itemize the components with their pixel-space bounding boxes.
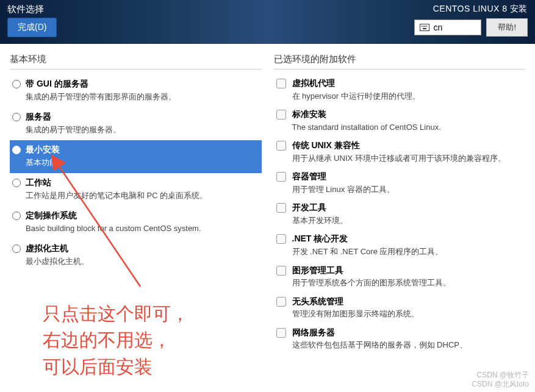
radio-icon: [12, 113, 21, 121]
keyboard-icon: [420, 24, 429, 31]
env-item-text: 带 GUI 的服务器集成的易于管理的带有图形界面的服务器。: [26, 78, 257, 102]
checkbox-icon[interactable]: [276, 110, 286, 119]
env-item-text: 定制操作系统Basic building block for a custom …: [26, 210, 257, 234]
page-title: 软件选择: [7, 4, 57, 15]
env-item-title: 定制操作系统: [26, 210, 257, 222]
addon-item-desc: 用于管理 Linux 容器的工具。: [292, 184, 521, 196]
header-left: 软件选择 完成(D): [7, 4, 57, 44]
addon-item-title: 容器管理: [292, 171, 521, 183]
checkbox-icon[interactable]: [276, 234, 286, 244]
env-item[interactable]: 带 GUI 的服务器集成的易于管理的带有图形界面的服务器。: [10, 74, 262, 107]
addon-title: 已选环境的附加软件: [274, 54, 526, 69]
keyboard-lang-code: cn: [433, 23, 442, 32]
addon-item-title: 开发工具: [292, 202, 521, 214]
addon-item-text: 容器管理用于管理 Linux 容器的工具。: [292, 171, 521, 195]
env-item-title: 最小安装: [26, 144, 257, 156]
radio-icon: [12, 244, 21, 253]
addon-item-text: 无头系统管理管理没有附加图形显示终端的系统。: [292, 296, 521, 320]
addon-item-text: 开发工具基本开发环境。: [292, 202, 521, 226]
addon-item[interactable]: 网络服务器这些软件包包括基于网络的服务器，例如 DHCP、: [274, 324, 526, 355]
addon-item[interactable]: 标准安装The standard installation of CentOS …: [274, 105, 526, 137]
base-env-list: 带 GUI 的服务器集成的易于管理的带有图形界面的服务器。服务器集成的易于管理的…: [10, 74, 262, 273]
help-button[interactable]: 帮助!: [486, 18, 528, 37]
addon-column: 已选环境的附加软件 虚拟机代理在 hypervisor 中运行时使用的代理。标准…: [274, 54, 526, 392]
env-item-desc: 最小虚拟化主机。: [26, 255, 257, 268]
header-controls: cn 帮助!: [414, 18, 528, 37]
addon-item-desc: 管理没有附加图形显示终端的系统。: [292, 308, 521, 320]
env-item-desc: 集成的易于管理的带有图形界面的服务器。: [26, 91, 257, 103]
addon-item[interactable]: 传统 UNIX 兼容性用于从继承 UNIX 环境中迁移或者可用于该环境的兼容程序…: [274, 137, 526, 168]
addon-item-title: 标准安装: [292, 109, 521, 121]
addon-item-text: .NET 核心开发开发 .NET 和 .NET Core 应用程序的工具。: [292, 233, 521, 257]
addon-item-title: 无头系统管理: [292, 296, 521, 308]
addon-item-title: 网络服务器: [292, 327, 521, 339]
radio-icon: [12, 179, 21, 187]
addon-item-text: 虚拟机代理在 hypervisor 中运行时使用的代理。: [292, 77, 521, 102]
env-item-title: 服务器: [26, 111, 257, 123]
content-area: 基本环境 带 GUI 的服务器集成的易于管理的带有图形界面的服务器。服务器集成的…: [0, 44, 535, 392]
env-item[interactable]: 最小安装基本功能。: [10, 140, 262, 173]
env-item[interactable]: 工作站工作站是用户友好的笔记本电脑和 PC 的桌面系统。: [10, 173, 262, 206]
env-item-desc: 集成的易于管理的服务器。: [26, 124, 257, 136]
header-bar: 软件选择 完成(D) CENTOS LINUX 8 安装 cn 帮助!: [0, 0, 535, 44]
env-item-desc: Basic building block for a custom CentOS…: [26, 223, 257, 235]
env-item-text: 最小安装基本功能。: [26, 144, 257, 168]
addon-item[interactable]: .NET 核心开发开发 .NET 和 .NET Core 应用程序的工具。: [274, 230, 526, 261]
env-item-desc: 工作站是用户友好的笔记本电脑和 PC 的桌面系统。: [26, 190, 257, 202]
addon-item-text: 网络服务器这些软件包包括基于网络的服务器，例如 DHCP、: [292, 327, 521, 351]
addon-item-desc: 基本开发环境。: [292, 215, 521, 227]
checkbox-icon[interactable]: [276, 141, 286, 151]
addon-item-title: 虚拟机代理: [292, 77, 521, 90]
addon-item[interactable]: 无头系统管理管理没有附加图形显示终端的系统。: [274, 293, 526, 324]
checkbox-icon[interactable]: [276, 172, 286, 182]
env-item[interactable]: 服务器集成的易于管理的服务器。: [10, 107, 262, 140]
radio-icon: [12, 80, 21, 88]
env-item-text: 服务器集成的易于管理的服务器。: [26, 111, 257, 135]
keyboard-layout-selector[interactable]: cn: [414, 20, 481, 35]
addon-item-desc: 开发 .NET 和 .NET Core 应用程序的工具。: [292, 246, 521, 258]
env-item-text: 虚拟化主机最小虚拟化主机。: [26, 243, 257, 267]
addon-item-desc: 这些软件包包括基于网络的服务器，例如 DHCP、: [292, 339, 521, 351]
radio-icon: [12, 212, 21, 220]
addon-item-text: 图形管理工具用于管理系统各个方面的图形系统管理工具。: [292, 265, 521, 289]
addon-item-text: 标准安装The standard installation of CentOS …: [292, 109, 521, 133]
checkbox-icon[interactable]: [276, 79, 286, 88]
addon-item[interactable]: 虚拟机代理在 hypervisor 中运行时使用的代理。: [274, 74, 526, 105]
install-title: CENTOS LINUX 8 安装: [433, 4, 528, 15]
addon-item-desc: The standard installation of CentOS Linu…: [292, 121, 521, 134]
addon-item[interactable]: 开发工具基本开发环境。: [274, 199, 526, 230]
addon-item[interactable]: 图形管理工具用于管理系统各个方面的图形系统管理工具。: [274, 262, 526, 293]
checkbox-icon[interactable]: [276, 328, 286, 338]
env-item-title: 虚拟化主机: [26, 243, 257, 255]
addon-item-title: .NET 核心开发: [292, 233, 521, 245]
addon-item[interactable]: 容器管理用于管理 Linux 容器的工具。: [274, 168, 526, 199]
addon-item-desc: 在 hypervisor 中运行时使用的代理。: [292, 90, 521, 102]
base-environment-column: 基本环境 带 GUI 的服务器集成的易于管理的带有图形界面的服务器。服务器集成的…: [10, 54, 262, 392]
done-button[interactable]: 完成(D): [7, 18, 57, 37]
env-item-text: 工作站工作站是用户友好的笔记本电脑和 PC 的桌面系统。: [26, 177, 257, 201]
radio-icon: [12, 146, 21, 154]
env-item[interactable]: 定制操作系统Basic building block for a custom …: [10, 206, 262, 239]
env-item-title: 带 GUI 的服务器: [26, 78, 257, 90]
checkbox-icon[interactable]: [276, 266, 286, 276]
base-env-title: 基本环境: [10, 54, 262, 69]
env-item-title: 工作站: [26, 177, 257, 189]
addon-list[interactable]: 虚拟机代理在 hypervisor 中运行时使用的代理。标准安装The stan…: [274, 74, 526, 355]
env-item-desc: 基本功能。: [26, 157, 257, 169]
addon-item-desc: 用于管理系统各个方面的图形系统管理工具。: [292, 277, 521, 289]
header-right: CENTOS LINUX 8 安装 cn 帮助!: [414, 4, 528, 44]
addon-item-title: 图形管理工具: [292, 265, 521, 277]
env-item[interactable]: 虚拟化主机最小虚拟化主机。: [10, 239, 262, 272]
addon-item-title: 传统 UNIX 兼容性: [292, 140, 521, 152]
checkbox-icon[interactable]: [276, 297, 286, 307]
addon-item-desc: 用于从继承 UNIX 环境中迁移或者可用于该环境的兼容程序。: [292, 152, 521, 165]
checkbox-icon[interactable]: [276, 203, 286, 213]
addon-item-text: 传统 UNIX 兼容性用于从继承 UNIX 环境中迁移或者可用于该环境的兼容程序…: [292, 140, 521, 164]
